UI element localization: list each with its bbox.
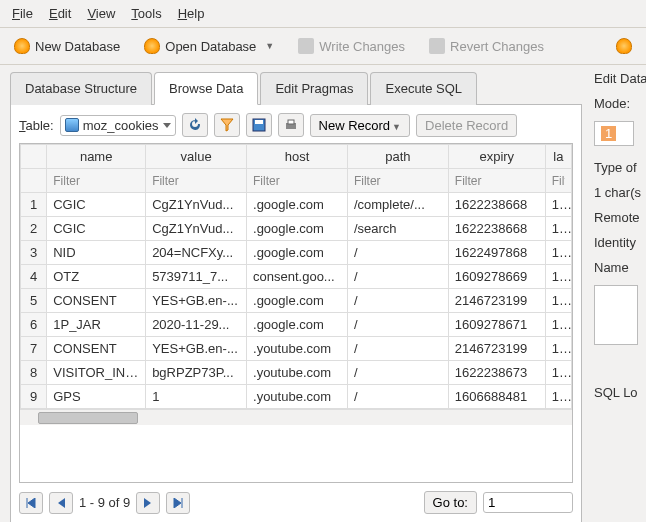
cell-name[interactable]: CONSENT xyxy=(47,289,146,313)
cell-path[interactable]: / xyxy=(347,241,448,265)
cell-value[interactable]: YES+GB.en-... xyxy=(146,289,247,313)
cell-name[interactable]: VISITOR_INF... xyxy=(47,361,146,385)
tab-database-structure[interactable]: Database Structure xyxy=(10,72,152,105)
cell-path[interactable]: /search xyxy=(347,217,448,241)
tab-execute-sql[interactable]: Execute SQL xyxy=(370,72,477,105)
delete-record-button[interactable]: Delete Record xyxy=(416,114,517,137)
cell-expiry[interactable]: 1622238668 xyxy=(448,193,545,217)
cell-la[interactable]: 16 xyxy=(545,193,571,217)
cell-name[interactable]: CGIC xyxy=(47,193,146,217)
write-changes-button[interactable]: Write Changes xyxy=(292,34,411,58)
cell-la[interactable]: 16 xyxy=(545,361,571,385)
table-row[interactable]: 3NID204=NCFXy....google.com/162249786816 xyxy=(21,241,572,265)
cell-value[interactable]: 2020-11-29... xyxy=(146,313,247,337)
cell-name[interactable]: OTZ xyxy=(47,265,146,289)
col-host[interactable]: host xyxy=(247,145,348,169)
cell-expiry[interactable]: 1609278669 xyxy=(448,265,545,289)
tab-edit-pragmas[interactable]: Edit Pragmas xyxy=(260,72,368,105)
cell-la[interactable]: 16 xyxy=(545,313,571,337)
nav-last-button[interactable] xyxy=(166,492,190,514)
cell-la[interactable]: 16 xyxy=(545,217,571,241)
cell-value[interactable]: CgZ1YnVud... xyxy=(146,193,247,217)
col-value[interactable]: value xyxy=(146,145,247,169)
menu-file[interactable]: File xyxy=(4,2,41,25)
tab-browse-data[interactable]: Browse Data xyxy=(154,72,258,105)
col-expiry[interactable]: expiry xyxy=(448,145,545,169)
new-record-button[interactable]: New Record▼ xyxy=(310,114,410,137)
table-row[interactable]: 9GPS1.youtube.com/160668848116 xyxy=(21,385,572,409)
cell-host[interactable]: .youtube.com xyxy=(247,361,348,385)
nav-prev-button[interactable] xyxy=(49,492,73,514)
cell-la[interactable]: 16 xyxy=(545,265,571,289)
cell-host[interactable]: .google.com xyxy=(247,241,348,265)
nav-first-button[interactable] xyxy=(19,492,43,514)
menu-view[interactable]: View xyxy=(79,2,123,25)
col-name[interactable]: name xyxy=(47,145,146,169)
cell-expiry[interactable]: 1606688481 xyxy=(448,385,545,409)
cell-path[interactable]: / xyxy=(347,337,448,361)
table-selector[interactable]: moz_cookies xyxy=(60,115,176,136)
cell-path[interactable]: /complete/... xyxy=(347,193,448,217)
menu-tools[interactable]: Tools xyxy=(123,2,169,25)
cell-host[interactable]: .google.com xyxy=(247,313,348,337)
cell-expiry[interactable]: 1622238673 xyxy=(448,361,545,385)
table-row[interactable]: 5CONSENTYES+GB.en-....google.com/2146723… xyxy=(21,289,572,313)
cell-la[interactable]: 16 xyxy=(545,385,571,409)
filter-value[interactable] xyxy=(152,174,240,188)
table-row[interactable]: 61P_JAR2020-11-29....google.com/16092786… xyxy=(21,313,572,337)
cell-path[interactable]: / xyxy=(347,385,448,409)
cell-name[interactable]: CGIC xyxy=(47,217,146,241)
cell-value[interactable]: 204=NCFXy... xyxy=(146,241,247,265)
cell-la[interactable]: 16 xyxy=(545,289,571,313)
nav-next-button[interactable] xyxy=(136,492,160,514)
cell-value[interactable]: CgZ1YnVud... xyxy=(146,217,247,241)
filter-name[interactable] xyxy=(53,174,139,188)
table-row[interactable]: 1CGICCgZ1YnVud....google.com/complete/..… xyxy=(21,193,572,217)
cell-name[interactable]: CONSENT xyxy=(47,337,146,361)
revert-changes-button[interactable]: Revert Changes xyxy=(423,34,550,58)
cell-path[interactable]: / xyxy=(347,265,448,289)
print-button[interactable] xyxy=(278,113,304,137)
cell-expiry[interactable]: 2146723199 xyxy=(448,289,545,313)
cell-name[interactable]: NID xyxy=(47,241,146,265)
refresh-button[interactable] xyxy=(182,113,208,137)
remote-list[interactable] xyxy=(594,285,638,345)
cell-expiry[interactable]: 2146723199 xyxy=(448,337,545,361)
open-database-button[interactable]: Open Database▼ xyxy=(138,34,280,58)
edit-cell-box[interactable]: 1 xyxy=(594,121,634,146)
cell-expiry[interactable]: 1622238668 xyxy=(448,217,545,241)
filter-host[interactable] xyxy=(253,174,341,188)
col-la[interactable]: la xyxy=(545,145,571,169)
cell-path[interactable]: / xyxy=(347,289,448,313)
cell-la[interactable]: 16 xyxy=(545,337,571,361)
cell-host[interactable]: .google.com xyxy=(247,217,348,241)
goto-button[interactable]: Go to: xyxy=(424,491,477,514)
clear-filters-button[interactable] xyxy=(214,113,240,137)
table-row[interactable]: 7CONSENTYES+GB.en-....youtube.com/214672… xyxy=(21,337,572,361)
cell-expiry[interactable]: 1609278671 xyxy=(448,313,545,337)
filter-expiry[interactable] xyxy=(455,174,539,188)
cell-host[interactable]: .youtube.com xyxy=(247,337,348,361)
cell-value[interactable]: 1 xyxy=(146,385,247,409)
table-row[interactable]: 4OTZ5739711_7...consent.goo.../160927866… xyxy=(21,265,572,289)
cell-name[interactable]: GPS xyxy=(47,385,146,409)
cell-value[interactable]: YES+GB.en-... xyxy=(146,337,247,361)
cell-name[interactable]: 1P_JAR xyxy=(47,313,146,337)
filter-la[interactable] xyxy=(552,174,565,188)
cell-host[interactable]: .youtube.com xyxy=(247,385,348,409)
cell-path[interactable]: / xyxy=(347,313,448,337)
save-button[interactable] xyxy=(246,113,272,137)
cell-host[interactable]: .google.com xyxy=(247,193,348,217)
cell-value[interactable]: 5739711_7... xyxy=(146,265,247,289)
extra-button[interactable] xyxy=(610,34,638,58)
cell-host[interactable]: consent.goo... xyxy=(247,265,348,289)
table-row[interactable]: 8VISITOR_INF...bgRPZP73P....youtube.com/… xyxy=(21,361,572,385)
filter-path[interactable] xyxy=(354,174,442,188)
cell-la[interactable]: 16 xyxy=(545,241,571,265)
col-path[interactable]: path xyxy=(347,145,448,169)
goto-input[interactable] xyxy=(483,492,573,513)
table-row[interactable]: 2CGICCgZ1YnVud....google.com/search16222… xyxy=(21,217,572,241)
cell-path[interactable]: / xyxy=(347,361,448,385)
cell-expiry[interactable]: 1622497868 xyxy=(448,241,545,265)
horizontal-scrollbar[interactable] xyxy=(20,409,572,425)
